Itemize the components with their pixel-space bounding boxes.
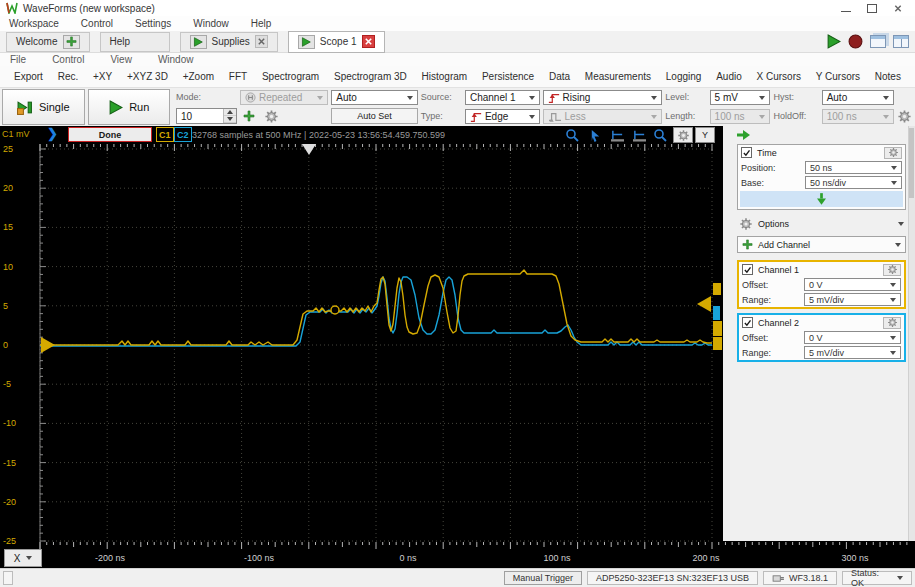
minimize-icon[interactable] (841, 5, 851, 12)
add-icon (742, 239, 753, 250)
svg-text:300 ns: 300 ns (841, 553, 869, 563)
expand-arrow-icon[interactable]: ❯ (47, 127, 58, 140)
view-toolbar-item[interactable]: Export (14, 71, 43, 82)
y-axis-button[interactable]: Y (695, 127, 715, 143)
single-button[interactable]: Single (2, 89, 85, 125)
time-gear-button[interactable] (884, 147, 902, 159)
menu-item[interactable]: Workspace (9, 18, 59, 29)
run-all-icon[interactable] (826, 34, 841, 49)
zoom-fit-icon[interactable] (563, 128, 583, 143)
panel-scrollbar[interactable] (908, 126, 915, 541)
scan-count-spinner[interactable]: 10 (176, 108, 237, 124)
view-toolbar-item[interactable]: Audio (716, 71, 742, 82)
scope-menu-item[interactable]: View (110, 54, 132, 65)
status-indicator[interactable]: Status: OK (842, 571, 912, 585)
view-toolbar-item[interactable]: +XYZ 3D (127, 71, 168, 82)
tab-help[interactable]: Help (100, 32, 170, 52)
close-supplies-icon[interactable] (255, 35, 268, 48)
menu-item[interactable]: Window (193, 18, 229, 29)
tab-supplies[interactable]: Supplies (180, 32, 278, 52)
menu-item[interactable]: Settings (135, 18, 171, 29)
channel1-gear-button[interactable] (883, 264, 901, 276)
channel2-range-select[interactable]: 5 mV/div (804, 346, 901, 359)
view-toolbar-item[interactable]: Persistence (482, 71, 534, 82)
view-toolbar-item[interactable]: Data (549, 71, 570, 82)
view-toolbar-item[interactable]: +XY (93, 71, 112, 82)
menu-item[interactable]: Control (81, 18, 113, 29)
view-toolbar-item[interactable]: Histogram (422, 71, 468, 82)
time-scroll-strip[interactable] (740, 191, 903, 207)
tile-windows-icon[interactable] (893, 35, 909, 48)
mode-select[interactable]: Repeated (240, 90, 328, 105)
spin-up-button[interactable] (224, 109, 236, 116)
add-buffer-icon[interactable] (243, 110, 255, 122)
time-checkbox[interactable] (741, 147, 752, 158)
hysteresis-select[interactable]: Auto (822, 90, 895, 105)
view-toolbar-item[interactable]: FFT (229, 71, 247, 82)
zoom-region-icon[interactable] (651, 128, 671, 143)
view-toolbar-item[interactable]: Spectrogram 3D (334, 71, 407, 82)
svg-text:-200 ns: -200 ns (95, 553, 126, 563)
scope-menu-item[interactable]: Window (158, 54, 194, 65)
channel1-chip[interactable]: C1 (156, 127, 174, 142)
view-toolbar-item[interactable]: Notes (875, 71, 901, 82)
pointer-mode-icon[interactable] (585, 128, 605, 143)
trigger-gear-icon[interactable] (897, 109, 912, 124)
trigger-source-select[interactable]: Channel 1 (465, 90, 540, 105)
close-icon[interactable] (893, 4, 903, 13)
cascade-windows-icon[interactable] (870, 35, 886, 48)
maximize-icon[interactable] (867, 4, 877, 13)
view-toolbar-item[interactable]: Measurements (585, 71, 651, 82)
tab-welcome[interactable]: Welcome (6, 32, 90, 52)
scope-run-icon (298, 35, 315, 49)
trigger-condition-select[interactable]: Rising (543, 90, 663, 105)
channel-offset-marker[interactable] (41, 337, 55, 353)
plot-gear-button[interactable] (673, 127, 693, 143)
manual-trigger-button[interactable]: Manual Trigger (504, 571, 582, 585)
channel2-offset-select[interactable]: 0 V (804, 331, 901, 344)
buffer-gear-icon[interactable] (264, 109, 279, 124)
trigger-level-marker[interactable] (697, 296, 711, 312)
view-toolbar-item[interactable]: X Cursors (757, 71, 801, 82)
channel1-offset-select[interactable]: 0 V (804, 278, 901, 291)
measure-y-icon[interactable] (629, 128, 649, 143)
view-toolbar-item[interactable]: Spectrogram (262, 71, 319, 82)
channel2-checkbox[interactable] (742, 317, 753, 328)
auto-set-button[interactable]: Auto Set (331, 108, 417, 124)
stop-all-icon[interactable] (848, 34, 863, 49)
menu-item[interactable]: Help (251, 18, 272, 29)
pulse-condition-select[interactable]: Less (543, 109, 663, 124)
channel2-chip[interactable]: C2 (174, 127, 192, 142)
measure-x-icon[interactable] (607, 128, 627, 143)
channel-settings-panel: Time Position: 50 ns Base: 50 ns/div (723, 126, 915, 541)
chevron-down-icon (898, 222, 904, 226)
scope-menu-item[interactable]: Control (52, 54, 84, 65)
level-select[interactable]: 5 mV (710, 90, 771, 105)
time-base-select[interactable]: 50 ns/div (805, 176, 902, 189)
amplitude-histogram (713, 283, 722, 350)
options-row[interactable]: Options (737, 217, 906, 231)
channel2-gear-button[interactable] (883, 317, 901, 329)
scope-menu-item[interactable]: File (10, 54, 26, 65)
x-axis-button[interactable]: X (4, 549, 42, 567)
channel1-range-select[interactable]: 5 mV/div (804, 293, 901, 306)
channel1-checkbox[interactable] (742, 264, 753, 275)
add-channel-button[interactable]: Add Channel (737, 236, 906, 253)
view-toolbar-item[interactable]: Rec. (58, 71, 79, 82)
length-select[interactable]: 100 ns (710, 109, 771, 124)
tab-scope1[interactable]: Scope 1 (288, 31, 385, 53)
acquisition-select[interactable]: Auto (331, 90, 417, 105)
run-button[interactable]: Run (88, 89, 171, 125)
channel2-waveform (40, 277, 712, 346)
spin-down-button[interactable] (224, 116, 236, 123)
trigger-type-select[interactable]: Edge (465, 109, 540, 124)
view-toolbar-item[interactable]: +Zoom (183, 71, 214, 82)
source-label: Source: (421, 90, 452, 105)
collapse-panel-arrow-icon[interactable] (737, 129, 906, 141)
view-toolbar-item[interactable]: Logging (666, 71, 702, 82)
time-position-select[interactable]: 50 ns (805, 161, 902, 174)
holdoff-select[interactable]: 100 ns (822, 109, 895, 124)
new-instrument-icon[interactable] (63, 35, 80, 49)
view-toolbar-item[interactable]: Y Cursors (816, 71, 860, 82)
close-scope1-icon[interactable] (362, 35, 375, 48)
